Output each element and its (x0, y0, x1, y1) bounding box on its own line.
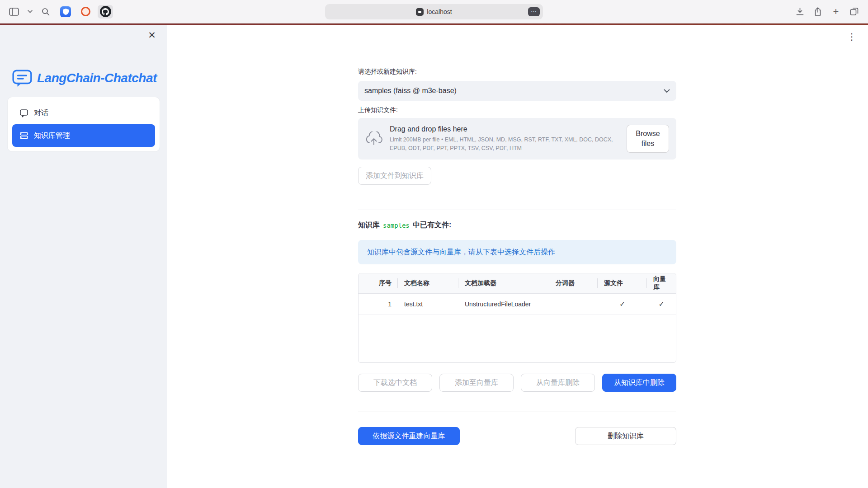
toolbar-right-group: + (792, 5, 862, 19)
divider (358, 210, 676, 210)
site-favicon (416, 8, 424, 16)
delete-kb-button[interactable]: 删除知识库 (575, 427, 676, 445)
page-menu-button[interactable]: ⋮ (844, 30, 860, 43)
sidebar-toggle-button[interactable] (6, 5, 22, 19)
sidebar-nav: 对话 知识库管理 (8, 97, 160, 151)
heading-suffix: 中已有文件: (413, 221, 451, 230)
add-files-button[interactable]: 添加文件到知识库 (358, 167, 431, 185)
browser-toolbar: localhost ⋯ + (0, 0, 868, 23)
heading-kb-name-code: samples (383, 222, 410, 229)
nav-item-dialogue[interactable]: 对话 (12, 102, 155, 124)
nav-item-label: 知识库管理 (34, 131, 70, 141)
downloads-button[interactable] (792, 5, 807, 19)
col-header-index[interactable]: 序号 (359, 273, 398, 293)
url-text: localhost (427, 8, 452, 15)
kb-select-dropdown[interactable]: samples (faiss @ m3e-base) (358, 81, 676, 101)
files-table-header: 序号 文档名称 文档加载器 分词器 源文件 向量库 (359, 273, 676, 294)
dropzone-limits: Limit 200MB per file • EML, HTML, JSON, … (390, 136, 621, 152)
kb-files-heading: 知识库 samples 中已有文件: (358, 221, 451, 230)
plus-icon: + (833, 7, 839, 17)
nav-item-label: 对话 (34, 108, 48, 118)
col-header-vector[interactable]: 向量库 (647, 273, 676, 293)
download-selected-button[interactable]: 下载选中文档 (358, 374, 432, 392)
cloud-upload-icon (365, 131, 382, 146)
divider (358, 412, 676, 412)
logo-text: LangChain-Chatchat (37, 71, 157, 85)
col-header-splitter[interactable]: 分词器 (549, 273, 598, 293)
screen: localhost ⋯ + ✕ (0, 0, 868, 488)
cell-source-check: ✓ (598, 294, 647, 314)
browse-files-button[interactable]: Browse files (627, 125, 669, 153)
shield-icon (60, 6, 71, 17)
cell-vector-check: ✓ (647, 294, 676, 314)
heading-prefix: 知识库 (358, 221, 380, 230)
ring-icon (81, 7, 90, 16)
add-to-vector-store-button[interactable]: 添加至向量库 (439, 374, 514, 392)
check-icon: ✓ (659, 300, 665, 308)
col-header-source[interactable]: 源文件 (598, 273, 647, 293)
extension-badge-icon[interactable]: ⋯ (528, 7, 540, 16)
sidebar: ✕ LangChain-Chatchat 对话 (0, 25, 167, 488)
table-action-buttons: 下载选中文档 添加至向量库 从向量库删除 从知识库中删除 (358, 374, 676, 392)
chat-bubble-icon (19, 108, 28, 117)
kb-select-label: 请选择或新建知识库: (358, 68, 417, 76)
cell-loader: UnstructuredFileLoader (458, 294, 549, 314)
cell-name: test.txt (398, 294, 458, 314)
table-row[interactable]: 1 test.txt UnstructuredFileLoader ✓ ✓ (359, 294, 676, 314)
file-dropzone[interactable]: Drag and drop files here Limit 200MB per… (358, 118, 676, 160)
logo-chat-bubble-icon (12, 68, 33, 88)
new-tab-button[interactable]: + (828, 5, 844, 19)
cell-index: 1 (359, 294, 398, 314)
toolbar-left-group (6, 5, 113, 19)
url-bar[interactable]: localhost ⋯ (325, 4, 543, 19)
files-table: 序号 文档名称 文档加载器 分词器 源文件 向量库 1 test.txt Uns… (358, 273, 676, 363)
sidebar-close-button[interactable]: ✕ (145, 28, 159, 42)
info-banner: 知识库中包含源文件与向量库，请从下表中选择文件后操作 (358, 240, 676, 264)
kb-select-value: samples (faiss @ m3e-base) (364, 87, 457, 95)
search-icon[interactable] (38, 5, 53, 19)
remove-from-vector-store-button[interactable]: 从向量库删除 (521, 374, 595, 392)
chevron-down-icon (664, 89, 670, 93)
cell-splitter (549, 294, 598, 314)
rebuild-vector-store-button[interactable]: 依据源文件重建向量库 (358, 427, 460, 445)
chevron-down-icon[interactable] (26, 5, 33, 19)
delete-from-kb-button[interactable]: 从知识库中删除 (602, 374, 676, 392)
dropzone-texts: Drag and drop files here Limit 200MB per… (390, 125, 621, 152)
col-header-name[interactable]: 文档名称 (398, 273, 458, 293)
app-logo: LangChain-Chatchat (12, 68, 157, 88)
col-header-loader[interactable]: 文档加载器 (458, 273, 549, 293)
upload-label: 上传知识文件: (358, 106, 398, 114)
share-button[interactable] (810, 5, 826, 19)
github-icon (100, 6, 111, 17)
tab-overview-button[interactable] (846, 5, 862, 19)
dropzone-title: Drag and drop files here (390, 125, 621, 133)
nav-item-knowledge-base[interactable]: 知识库管理 (12, 124, 155, 147)
check-icon: ✓ (619, 300, 625, 308)
github-extension-button[interactable] (98, 5, 113, 19)
extension-icon-ring[interactable] (78, 5, 93, 19)
extension-icon-shield[interactable] (58, 5, 73, 19)
knowledge-base-icon (19, 131, 28, 140)
app-viewport: ✕ LangChain-Chatchat 对话 (0, 25, 868, 488)
